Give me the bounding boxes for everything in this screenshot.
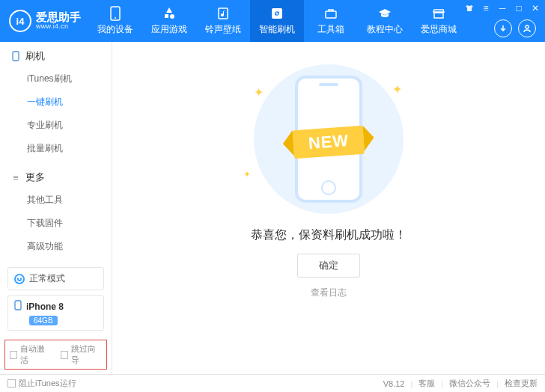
nav-flash[interactable]: 智能刷机 (250, 0, 304, 42)
storage-badge: 64GB (29, 316, 58, 325)
wechat-link[interactable]: 微信公众号 (449, 378, 490, 389)
nav-label: 工具箱 (317, 23, 344, 36)
new-ribbon: NEW (293, 126, 365, 159)
sidebar-item-itunes-flash[interactable]: iTunes刷机 (0, 67, 112, 91)
sidebar-item-onekey-flash[interactable]: 一键刷机 (0, 91, 112, 114)
apps-icon (162, 6, 177, 21)
nav-store[interactable]: 爱思商城 (412, 0, 466, 42)
sidebar-group-more: ≡ 更多 (0, 163, 112, 187)
maximize-icon[interactable]: □ (514, 3, 524, 13)
header: i4 爱思助手 www.i4.cn 我的设备 应用游戏 铃声壁纸 智能刷机 工具… (0, 0, 545, 42)
mode-label: 正常模式 (29, 272, 65, 285)
checkbox-icon (10, 351, 17, 359)
block-itunes-checkbox[interactable]: 阻止iTunes运行 (7, 378, 76, 389)
sidebar: 刷机 iTunes刷机 一键刷机 专业刷机 批量刷机 ≡ 更多 其他工具 下载固… (0, 42, 112, 374)
nav-apps[interactable]: 应用游戏 (142, 0, 196, 42)
sparkle-icon: ✦ (392, 82, 402, 97)
mode-box[interactable]: 正常模式 (7, 267, 104, 290)
check-update-link[interactable]: 检查更新 (505, 378, 538, 389)
nav-label: 爱思商城 (421, 23, 457, 36)
checkbox-icon (7, 379, 16, 388)
device-name: iPhone 8 (26, 301, 64, 312)
minimize-icon[interactable]: ─ (497, 3, 508, 13)
view-log-link[interactable]: 查看日志 (311, 287, 347, 299)
checkbox-icon (61, 351, 68, 359)
brand: i4 爱思助手 www.i4.cn (0, 10, 88, 32)
sidebar-item-advanced[interactable]: 高级功能 (0, 235, 112, 258)
ok-button[interactable]: 确定 (297, 254, 360, 278)
nav-label: 铃声壁纸 (205, 23, 241, 36)
sparkle-icon: ✦ (243, 169, 251, 180)
nav-tutorial[interactable]: 教程中心 (358, 0, 412, 42)
download-button[interactable] (494, 19, 512, 37)
status-bar: 阻止iTunes运行 V8.12 | 客服 | 微信公众号 | 检查更新 (0, 374, 545, 392)
brand-subtitle: www.i4.cn (36, 23, 81, 31)
close-icon[interactable]: ✕ (530, 3, 541, 13)
mode-icon (14, 274, 25, 284)
brand-title: 爱思助手 (36, 11, 81, 24)
skip-guide-checkbox[interactable]: 跳过向导 (61, 343, 103, 366)
bottom-options: 自动激活 跳过向导 (4, 340, 107, 370)
success-message: 恭喜您，保资料刷机成功啦！ (251, 227, 407, 243)
phone-icon (108, 6, 123, 21)
sidebar-item-download-firmware[interactable]: 下载固件 (0, 212, 112, 235)
device-box[interactable]: iPhone 8 64GB (7, 295, 104, 331)
sparkle-icon: ✦ (254, 85, 264, 99)
svg-rect-4 (326, 11, 336, 18)
phone-small-icon (10, 51, 21, 61)
nav-label: 我的设备 (97, 23, 133, 36)
auto-activate-checkbox[interactable]: 自动激活 (10, 343, 52, 366)
graduation-icon (377, 6, 392, 21)
top-nav: 我的设备 应用游戏 铃声壁纸 智能刷机 工具箱 教程中心 爱思商城 (88, 0, 466, 42)
svg-rect-7 (15, 301, 21, 310)
nav-my-device[interactable]: 我的设备 (88, 0, 142, 42)
device-phone-icon (14, 300, 22, 313)
sidebar-group-title: 更多 (25, 171, 45, 184)
nav-toolbox[interactable]: 工具箱 (304, 0, 358, 42)
window-controls: ≡ ─ □ ✕ (464, 3, 541, 13)
store-icon (431, 6, 446, 21)
nav-label: 教程中心 (367, 23, 403, 36)
list-icon: ≡ (10, 172, 21, 183)
nav-ringtone[interactable]: 铃声壁纸 (196, 0, 250, 42)
svg-point-5 (526, 25, 529, 28)
refresh-icon (270, 6, 284, 21)
sidebar-group-flash: 刷机 (0, 42, 112, 66)
sidebar-item-batch-flash[interactable]: 批量刷机 (0, 137, 112, 160)
toolbox-icon (323, 6, 338, 21)
svg-point-1 (115, 17, 116, 19)
nav-label: 智能刷机 (259, 23, 295, 36)
tshirt-icon[interactable] (464, 3, 475, 13)
version-label: V8.12 (383, 379, 405, 388)
svg-rect-6 (13, 52, 19, 61)
support-link[interactable]: 客服 (418, 378, 435, 389)
user-button[interactable] (518, 19, 536, 37)
main-content: ✦ ✦ ✦ NEW 恭喜您，保资料刷机成功啦！ 确定 查看日志 (112, 42, 545, 374)
music-icon (216, 6, 231, 21)
brand-logo: i4 (9, 10, 31, 32)
sidebar-item-pro-flash[interactable]: 专业刷机 (0, 114, 112, 137)
nav-label: 应用游戏 (151, 23, 187, 36)
sidebar-item-other-tools[interactable]: 其他工具 (0, 189, 112, 212)
success-illustration: ✦ ✦ ✦ NEW (239, 64, 418, 214)
menu-icon[interactable]: ≡ (481, 3, 491, 13)
sidebar-group-title: 刷机 (25, 49, 45, 63)
